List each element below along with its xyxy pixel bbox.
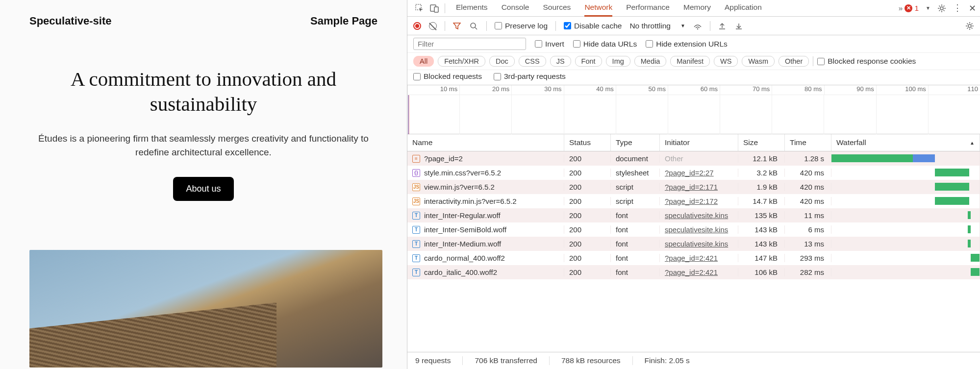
dropdown-icon[interactable]: ▼ [926, 5, 930, 11]
request-initiator[interactable]: ?page_id=2:171 [660, 183, 738, 191]
type-filter-font[interactable]: Font [575, 56, 602, 67]
download-har-icon[interactable] [735, 22, 744, 30]
col-size[interactable]: Size [738, 134, 785, 151]
request-type: stylesheet [611, 169, 660, 177]
svg-rect-2 [434, 7, 438, 12]
col-type[interactable]: Type [611, 134, 660, 151]
tab-elements[interactable]: Elements [456, 0, 488, 17]
request-status: 200 [564, 183, 611, 191]
request-time: 11 ms [785, 211, 831, 220]
network-settings-icon[interactable] [965, 22, 974, 30]
svg-point-3 [940, 7, 943, 10]
throttling-select[interactable]: No throttling▼ [629, 22, 685, 30]
type-filter-css[interactable]: CSS [519, 56, 546, 67]
type-filter-all[interactable]: All [413, 56, 434, 67]
inspect-element-icon[interactable] [415, 4, 424, 13]
network-conditions-icon[interactable] [693, 22, 702, 30]
hide-extension-urls-checkbox[interactable]: Hide extension URLs [646, 40, 728, 49]
request-initiator[interactable]: Other [660, 154, 738, 163]
col-waterfall[interactable]: Waterfall▲ [831, 134, 980, 151]
table-row[interactable]: Tinter_Inter-Medium.woff200fontspeculati… [407, 237, 980, 251]
request-time: 420 ms [785, 169, 831, 177]
type-filter-fetchxhr[interactable]: Fetch/XHR [438, 56, 485, 67]
css-file-icon: {} [412, 169, 420, 177]
table-row[interactable]: Tinter_Inter-Regular.woff200fontspeculat… [407, 208, 980, 222]
preserve-log-checkbox[interactable]: Preserve log [495, 22, 548, 30]
error-badge[interactable]: ✕ 1 [905, 4, 919, 13]
type-filter-row: AllFetch/XHRDocCSSJSFontImgMediaManifest… [407, 53, 980, 70]
nav-sample-page[interactable]: Sample Page [310, 15, 377, 27]
upload-har-icon[interactable] [718, 22, 727, 30]
type-filter-js[interactable]: JS [550, 56, 571, 67]
table-row[interactable]: JSview.min.js?ver=6.5.2200script?page_id… [407, 180, 980, 194]
type-filter-other[interactable]: Other [779, 56, 809, 67]
settings-icon[interactable] [937, 4, 946, 13]
request-initiator[interactable]: ?page_id=2:172 [660, 197, 738, 205]
request-name: inter_Inter-SemiBold.woff [424, 225, 506, 234]
tab-network[interactable]: Network [584, 0, 612, 17]
devtools-header: ElementsConsoleSourcesNetworkPerformance… [407, 0, 980, 17]
network-toolbar: Preserve log Disable cache No throttling… [407, 17, 980, 35]
type-filter-doc[interactable]: Doc [489, 56, 515, 67]
request-name: interactivity.min.js?ver=6.5.2 [424, 197, 517, 205]
table-row[interactable]: {}style.min.css?ver=6.5.2200stylesheet?p… [407, 166, 980, 180]
request-time: 420 ms [785, 183, 831, 191]
request-time: 13 ms [785, 240, 831, 248]
request-initiator[interactable]: ?page_id=2:421 [660, 254, 738, 262]
close-icon[interactable]: ✕ [969, 3, 976, 14]
tab-memory[interactable]: Memory [683, 0, 711, 17]
request-initiator[interactable]: speculativesite.kins [660, 211, 738, 220]
table-row[interactable]: Tcardo_italic_400.woff2200font?page_id=2… [407, 265, 980, 279]
request-initiator[interactable]: ?page_id=2:27 [660, 169, 738, 177]
network-table: Name Status Type Initiator Size Time Wat… [407, 134, 980, 352]
waterfall-bar [831, 151, 980, 166]
hero-image [29, 250, 382, 368]
tab-performance[interactable]: Performance [626, 0, 670, 17]
table-row[interactable]: Tinter_Inter-SemiBold.woff200fontspecula… [407, 222, 980, 237]
hide-data-urls-checkbox[interactable]: Hide data URLs [573, 40, 637, 49]
font-file-icon: T [412, 240, 420, 248]
search-icon[interactable] [470, 22, 478, 30]
request-size: 135 kB [738, 211, 785, 220]
request-initiator[interactable]: speculativesite.kins [660, 225, 738, 234]
request-initiator[interactable]: speculativesite.kins [660, 240, 738, 248]
tab-console[interactable]: Console [502, 0, 529, 17]
table-row[interactable]: Tcardo_normal_400.woff2200font?page_id=2… [407, 251, 980, 265]
clear-button[interactable] [429, 22, 437, 30]
invert-checkbox[interactable]: Invert [535, 40, 564, 49]
request-time: 293 ms [785, 254, 831, 262]
type-filter-media[interactable]: Media [634, 56, 667, 67]
blocked-cookies-checkbox[interactable]: Blocked response cookies [817, 57, 916, 66]
col-time[interactable]: Time [785, 134, 831, 151]
record-button[interactable] [413, 22, 421, 30]
type-filter-ws[interactable]: WS [714, 56, 738, 67]
tab-sources[interactable]: Sources [543, 0, 571, 17]
type-filter-manifest[interactable]: Manifest [670, 56, 710, 67]
about-us-button[interactable]: About us [173, 177, 233, 201]
blocked-requests-checkbox[interactable]: Blocked requests [413, 72, 482, 81]
col-status[interactable]: Status [564, 134, 611, 151]
request-name: style.min.css?ver=6.5.2 [424, 169, 501, 177]
disable-cache-checkbox[interactable]: Disable cache [564, 22, 622, 30]
third-party-checkbox[interactable]: 3rd-party requests [494, 72, 566, 81]
type-filter-img[interactable]: Img [606, 56, 630, 67]
table-row[interactable]: ≡?page_id=2200documentOther12.1 kB1.28 s [407, 151, 980, 166]
waterfall-bar [831, 237, 980, 251]
tab-application[interactable]: Application [725, 0, 762, 17]
device-toolbar-icon[interactable] [430, 4, 439, 13]
font-file-icon: T [412, 269, 420, 276]
col-name[interactable]: Name [407, 134, 564, 151]
site-title[interactable]: Speculative-site [29, 15, 112, 27]
filter-icon[interactable] [453, 22, 462, 30]
filter-input[interactable] [413, 38, 526, 50]
timeline-overview[interactable]: 10 ms20 ms30 ms40 ms50 ms60 ms70 ms80 ms… [407, 85, 980, 134]
table-row[interactable]: JSinteractivity.min.js?ver=6.5.2200scrip… [407, 194, 980, 208]
more-tabs-icon[interactable]: » [899, 4, 903, 13]
kebab-menu-icon[interactable]: ⋮ [953, 6, 962, 10]
type-filter-wasm[interactable]: Wasm [742, 56, 775, 67]
request-initiator[interactable]: ?page_id=2:421 [660, 268, 738, 276]
col-initiator[interactable]: Initiator [660, 134, 738, 151]
timeline-tick: 40 ms [564, 85, 616, 95]
svg-point-6 [697, 28, 699, 29]
request-type: script [611, 197, 660, 205]
